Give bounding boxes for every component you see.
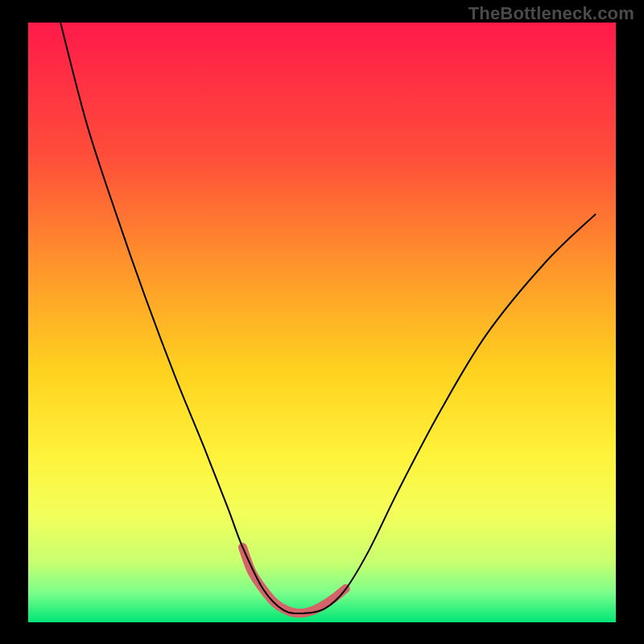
watermark-text: TheBottleneck.com	[469, 3, 634, 24]
chart-frame: TheBottleneck.com	[0, 0, 644, 644]
bottleneck-chart	[0, 0, 644, 644]
plot-background	[28, 23, 616, 622]
